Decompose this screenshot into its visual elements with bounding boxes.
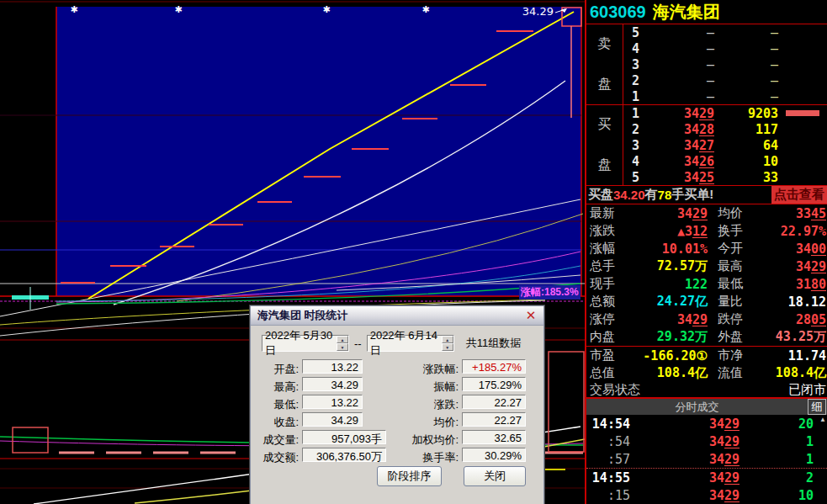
- quote-panel: 603069 海汽集团 卖 盘 5 — — 4 — — 3 — —: [585, 0, 827, 504]
- detail-button[interactable]: 细: [808, 399, 826, 415]
- stat-row: 市盈 -166.20① 市净 11.74: [586, 347, 827, 364]
- buy-row[interactable]: 5 3425 33: [623, 169, 827, 185]
- buy-side-label: 买 盘: [586, 105, 623, 185]
- stat-row: 涨跌 ▲312 换手 22.97%: [586, 222, 827, 240]
- stat-row: 总手 72.57万 最高 3429: [586, 257, 827, 275]
- sell-row[interactable]: 2 — —: [623, 72, 827, 88]
- trading-status-value: 已闭市: [657, 382, 827, 398]
- svg-text:✱: ✱: [174, 4, 182, 15]
- change-value: 22.27: [462, 395, 526, 409]
- tick-list[interactable]: ▲ 14:54 3429 20 :54 3429 1 :57 3429 1 14…: [586, 415, 827, 504]
- weighted-avg-value: 32.65: [462, 430, 526, 444]
- period-sort-button[interactable]: 阶段排序: [377, 466, 442, 486]
- date-separator: --: [354, 337, 362, 350]
- volume-bar: [786, 110, 819, 116]
- close-icon[interactable]: ✕: [522, 308, 539, 323]
- scroll-up-icon[interactable]: ▲: [819, 416, 826, 423]
- stock-header: 603069 海汽集团: [586, 0, 827, 24]
- field-label: 最高:: [251, 379, 299, 395]
- click-to-view-button[interactable]: 点击查看: [771, 186, 827, 204]
- close-button[interactable]: 关闭: [464, 466, 526, 486]
- sell-row[interactable]: 3 — —: [623, 56, 827, 72]
- field-label: 加权均价:: [388, 432, 459, 448]
- stat-row: 总额 24.27亿 量比 18.12: [586, 293, 827, 310]
- gain-percent-label: 涨幅:185.3%: [519, 285, 580, 300]
- buy-row[interactable]: 1 3429 9203: [623, 105, 827, 121]
- stat-row: 内盘 29.32万 外盘 43.25万: [586, 328, 827, 346]
- stat-row: 最新 3429 均价 3345: [586, 204, 827, 222]
- stat-row: 涨停 3429 跌停 2805: [586, 310, 827, 328]
- stat-row: 总值 108.4亿 流值 108.4亿: [586, 364, 827, 382]
- tick-list-title: 分时成交: [586, 400, 808, 415]
- sell-row[interactable]: 5 — —: [623, 24, 827, 40]
- turnover-rate-value: 30.29%: [462, 448, 526, 462]
- dialog-titlebar[interactable]: 海汽集团 时段统计 ✕: [251, 306, 543, 326]
- start-date-spinner: ▲ ▼: [337, 336, 348, 351]
- dialog-title: 海汽集团 时段统计: [257, 308, 348, 323]
- field-label: 成交额:: [251, 450, 299, 465]
- tick-row: 14:55 3429 2: [586, 468, 827, 486]
- valuation-stats: 市盈 -166.20① 市净 11.74 总值 108.4亿 流值 108.4亿…: [586, 347, 827, 399]
- tick-list-header: 分时成交 细: [586, 399, 827, 415]
- date-range-row: 2022年 5月30日 ▲ ▼ -- 2022年 6月14日 ▲ ▼ 共11组数…: [262, 335, 543, 352]
- sell-side-label: 卖 盘: [586, 24, 623, 104]
- field-label: 开盘:: [251, 362, 299, 377]
- stat-row: 涨幅 10.01% 今开 3400: [586, 240, 827, 257]
- big-order-alert: 买盘34.20有78手买单! 点击查看: [586, 186, 827, 204]
- amplitude-value: 175.29%: [462, 377, 526, 391]
- open-value: 13.22: [302, 359, 363, 374]
- high-value: 34.29: [302, 377, 363, 391]
- sell-row[interactable]: 4 — —: [623, 40, 827, 56]
- stock-name: 海汽集团: [653, 1, 720, 24]
- buy-row[interactable]: 3 3427 64: [623, 137, 827, 153]
- field-label: 最低:: [251, 397, 299, 412]
- field-label: 换手率:: [388, 450, 459, 465]
- sell-row[interactable]: 1 — —: [623, 88, 827, 104]
- period-statistics-dialog: 海汽集团 时段统计 ✕ 2022年 5月30日 ▲ ▼ -- 2022年 6月1…: [250, 305, 544, 504]
- end-date-spinner: ▲ ▼: [442, 336, 453, 351]
- avg-price-value: 22.27: [462, 412, 526, 427]
- tick-row: :57 3429 1: [586, 450, 827, 468]
- price-annotation: 34.29: [522, 5, 554, 18]
- trading-status-row: 交易状态 已闭市: [586, 382, 827, 398]
- tick-row: :15 3429 10: [586, 486, 827, 504]
- stat-row: 现手 122 最低 3180: [586, 275, 827, 293]
- svg-text:✱: ✱: [70, 4, 77, 15]
- sell-order-book: 卖 盘 5 — — 4 — — 3 — — 2: [586, 24, 827, 105]
- close-value: 34.29: [302, 412, 363, 427]
- spinner-up-icon[interactable]: ▲: [442, 336, 453, 343]
- buy-order-book: 买 盘 1 3429 9203 2 3428 117 3 3427 64: [586, 105, 827, 186]
- group-count-label: 共11组数据: [466, 336, 522, 351]
- start-date-input[interactable]: 2022年 5月30日 ▲ ▼: [262, 335, 349, 352]
- svg-text:✱: ✱: [322, 4, 330, 15]
- spinner-down-icon[interactable]: ▼: [337, 343, 348, 351]
- statistics-fields: 开盘: 13.22 涨跌幅: +185.27% 最高: 34.29 振幅: 17…: [251, 359, 543, 467]
- turnover-value: 306,376.50万: [302, 448, 386, 462]
- buy-row[interactable]: 2 3428 117: [623, 121, 827, 137]
- buy-row[interactable]: 4 3426 10: [623, 153, 827, 169]
- spinner-up-icon[interactable]: ▲: [337, 336, 348, 343]
- field-label: 涨跌:: [388, 397, 459, 412]
- field-label: 涨跌幅:: [388, 362, 459, 377]
- field-label: 成交量:: [251, 432, 299, 448]
- field-label: 振幅:: [388, 379, 459, 395]
- end-date-input[interactable]: 2022年 6月14日 ▲ ▼: [367, 335, 454, 352]
- field-label: 收盘:: [251, 415, 299, 430]
- low-value: 13.22: [302, 395, 363, 409]
- spinner-down-icon[interactable]: ▼: [442, 343, 453, 351]
- volume-value: 957,093手: [302, 430, 386, 444]
- stock-code: 603069: [590, 3, 646, 22]
- tick-row: 14:54 3429 20: [586, 415, 827, 432]
- field-label: 均价:: [388, 415, 459, 430]
- quote-stats: 最新 3429 均价 3345 涨跌 ▲312 换手 22.97% 涨幅 10.…: [586, 204, 827, 347]
- change-percent-value: +185.27%: [462, 359, 526, 374]
- trading-status-label: 交易状态: [586, 382, 657, 398]
- svg-text:✱: ✱: [421, 4, 429, 15]
- tick-row: :54 3429 1: [586, 432, 827, 450]
